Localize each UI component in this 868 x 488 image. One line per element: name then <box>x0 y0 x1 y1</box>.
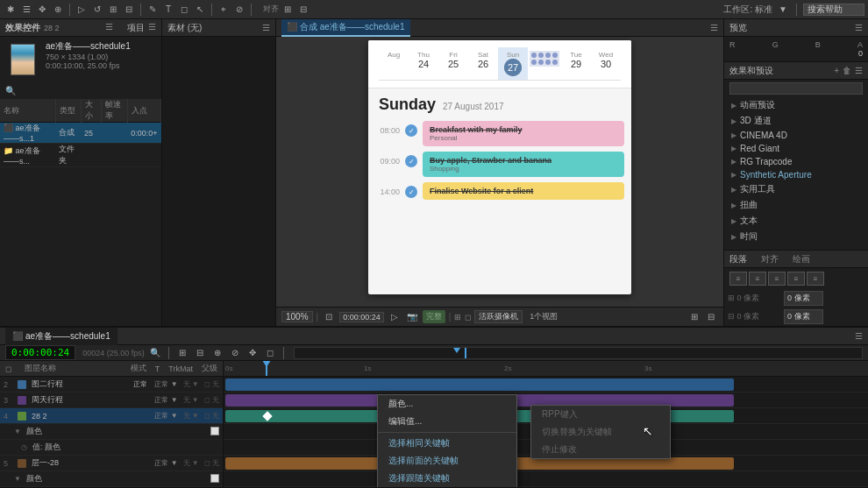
event-card-2[interactable]: Buy apple, Strawber and banana Shopping <box>423 152 624 177</box>
switches-2: 正常 ▼ <box>154 379 177 389</box>
color-section: R G B A 0 <box>724 37 868 61</box>
no-2: 无 ▼ <box>183 379 199 389</box>
ctx-sub-rpp[interactable]: RPP键入 <box>531 406 670 423</box>
tl-icon-3[interactable]: ⊕ <box>210 346 224 360</box>
middle-top-row: 素材 (无) ☰ ⬛ 合成 ae准备——schedule1 ☰ <box>162 19 723 326</box>
toolbar-icon-pen[interactable]: ✎ <box>146 3 160 17</box>
align-btn-1[interactable]: ≡ <box>729 272 747 286</box>
left-panel-project-menu[interactable]: ☰ <box>148 22 156 34</box>
table-row[interactable]: 📁 ae准备——s... 文件夹 <box>0 144 161 167</box>
tl-icon-4[interactable]: ⊘ <box>228 346 242 360</box>
ctx-color[interactable]: 颜色... <box>378 395 516 413</box>
tl-icon-1[interactable]: ⊞ <box>175 346 189 360</box>
event-card-1[interactable]: Breakfast with my family Personal <box>423 121 624 146</box>
expand-5: ▼ <box>14 475 21 483</box>
comp-bottom-controls: 100% | ⊡ 0:00:00:24 ▷ 📷 完整 | ⊞ ◻ 活跃摄像机 1… <box>276 307 723 326</box>
toolbar-icon-2[interactable]: ☰ <box>19 3 33 17</box>
preview-menu[interactable]: ☰ <box>855 23 863 32</box>
ctx-select-prev[interactable]: 选择前面的关键帧 <box>378 452 516 470</box>
toolbar-icon-select[interactable]: ↖ <box>193 3 207 17</box>
track-header-row: ◻ 图层名称 模式 T TrkMat 父级 <box>0 361 223 377</box>
toolbar-icon-4[interactable]: ⊕ <box>51 3 65 17</box>
align-btn-2[interactable]: ≡ <box>749 272 766 286</box>
workspace-dropdown[interactable]: ▼ <box>776 3 790 17</box>
effects-item-rg[interactable]: Red Giant <box>724 142 868 155</box>
snapshot[interactable]: 📷 <box>405 310 419 324</box>
effects-menu[interactable]: ☰ <box>855 66 863 75</box>
ctx-toggle-replace-label: 切换替换为关键帧 <box>542 426 612 438</box>
align-btn-5[interactable]: ≡ <box>807 272 824 286</box>
row1-size: 25 <box>81 123 102 144</box>
left-panel-menu[interactable]: ☰ <box>105 22 113 34</box>
event-card-3[interactable]: Finalise Website for a client <box>423 182 624 200</box>
toolbar-icon-8[interactable]: ⊟ <box>122 3 136 17</box>
color-indicator <box>210 427 219 437</box>
toolbar-icon-3[interactable]: ✥ <box>35 3 49 17</box>
effects-item-time[interactable]: 时间 <box>724 229 868 244</box>
effects-item-sa[interactable]: Synthetic Aperture <box>724 168 868 181</box>
track-row-5[interactable]: 5 层一-28 正常 ▼ 无 ▼ ◻ 无 <box>0 456 223 471</box>
pixel-field-row-2: ⊟ 0 像素 0 像素 <box>724 308 868 326</box>
align-btn-3[interactable]: ≡ <box>768 272 786 286</box>
schedule-body: 08:00 ✓ Breakfast with my family Persona… <box>368 117 631 209</box>
comp-panel-menu[interactable]: ☰ <box>710 23 718 32</box>
table-row[interactable]: ⬛ ae准备——s...1 合成 25 0:00:0+ <box>0 123 161 144</box>
zoom-dropdown[interactable]: 100% <box>281 311 313 322</box>
mode-3: 正常 ▼ <box>154 395 177 405</box>
a-label: A <box>857 40 863 49</box>
effects-item-c4d[interactable]: CINEMA 4D <box>724 129 868 142</box>
toolbar-icon-6[interactable]: ↺ <box>90 3 104 17</box>
view-icon-1[interactable]: ⊞ <box>687 310 701 324</box>
effects-item-anim[interactable]: 动画预设 <box>724 97 868 113</box>
ctx-select-follow[interactable]: 选择跟随关键帧 <box>378 470 516 487</box>
view-icon-2[interactable]: ⊟ <box>704 310 718 324</box>
timeline-header: ⬛ ae准备——schedule1 ☰ <box>0 328 868 345</box>
effects-item-3d[interactable]: 3D 通道 <box>724 113 868 129</box>
toolbar-icon-shape[interactable]: ◻ <box>177 3 191 17</box>
timeline-tracks-area: 0s 1s 2s 3s <box>224 361 868 487</box>
search-input[interactable] <box>803 4 864 16</box>
align-btn-4[interactable]: ≡ <box>787 272 805 286</box>
ctx-sub-stop[interactable]: 停止修改 <box>531 441 670 458</box>
align-icon-2[interactable]: ⊟ <box>296 3 310 17</box>
toolbar-icon-brush[interactable]: ⌖ <box>217 3 231 17</box>
align-icon-1[interactable]: ⊞ <box>281 3 295 17</box>
effects-add[interactable]: + <box>834 66 839 75</box>
tl-search-icon[interactable]: 🔍 <box>148 346 162 360</box>
timeline-header-menu[interactable]: ☰ <box>855 331 863 341</box>
timeline-playhead <box>266 361 267 376</box>
toolbar-icon-7[interactable]: ⊞ <box>106 3 120 17</box>
track-row-3[interactable]: 3 周天行程 正常 ▼ 无 ▼ ◻ 无 <box>0 393 223 408</box>
effects-item-text[interactable]: 文本 <box>724 213 868 229</box>
effects-item-distort[interactable]: 扭曲 <box>724 197 868 213</box>
ctx-select-same[interactable]: 选择相同关键帧 <box>378 435 516 452</box>
track-name-sub: 颜色 <box>26 426 42 437</box>
alpha-icon[interactable]: ◻ <box>465 313 471 322</box>
active-cam-label[interactable]: 活跃摄像机 <box>474 310 523 323</box>
source-panel-menu[interactable]: ☰ <box>262 23 270 32</box>
effects-item-rgtc[interactable]: RG Trapcode <box>724 155 868 168</box>
fit-to-screen[interactable]: ⊡ <box>322 310 336 324</box>
preview-play[interactable]: ▷ <box>388 310 402 324</box>
toolbar-icon-text[interactable]: T <box>161 3 175 17</box>
toolbar-icon-clone[interactable]: ⊘ <box>232 3 246 17</box>
effects-delete[interactable]: 🗑 <box>843 66 851 75</box>
track-row-4[interactable]: 4 28 2 正常 ▼ 无 ▼ ◻ 无 <box>0 408 223 424</box>
cal-day-sun[interactable]: Sun 27 <box>498 47 528 80</box>
pixel-field-row-1: ⊞ 0 像素 0 像素 <box>724 289 868 308</box>
timecode-display[interactable]: 0:00:00:24 <box>5 345 75 360</box>
tl-icon-2[interactable]: ⊟ <box>193 346 207 360</box>
tl-icon-6[interactable]: ◻ <box>263 346 277 360</box>
tl-icon-5[interactable]: ✥ <box>245 346 260 360</box>
ctx-sub-toggle-replace[interactable]: 切换替换为关键帧 <box>531 423 670 441</box>
composition-tab[interactable]: ⬛ 合成 ae准备——schedule1 <box>281 19 410 37</box>
timeline-tab[interactable]: ⬛ ae准备——schedule1 <box>5 328 117 345</box>
grid-icon[interactable]: ⊞ <box>454 313 461 322</box>
effects-item-util[interactable]: 实用工具 <box>724 181 868 197</box>
toolbar-icon-1[interactable]: ✱ <box>4 3 18 17</box>
effects-search-input[interactable] <box>729 82 863 95</box>
track-row-2[interactable]: 2 图二行程 正常 正常 ▼ 无 ▼ ◻ 无 <box>0 377 223 393</box>
ctx-edit[interactable]: 编辑值... <box>378 413 516 430</box>
track-name-3: 周天行程 <box>32 394 63 406</box>
toolbar-icon-5[interactable]: ▷ <box>75 3 89 17</box>
